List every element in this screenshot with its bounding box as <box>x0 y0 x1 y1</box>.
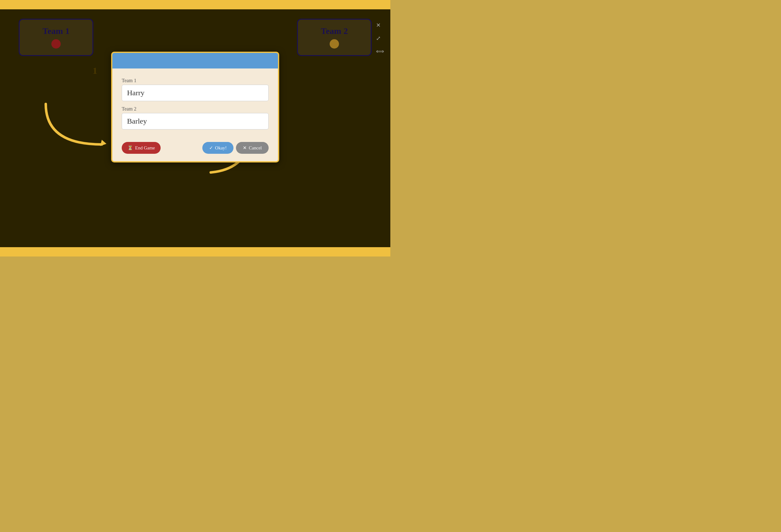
cancel-label: Cancel <box>249 146 262 151</box>
bottom-bar <box>0 247 390 256</box>
okay-button[interactable]: ✓ Okay! <box>202 142 234 154</box>
team2-dot <box>330 39 339 48</box>
checkmark-icon: ✓ <box>209 145 213 151</box>
team1-field-group: Team 1 <box>122 78 269 101</box>
svg-marker-0 <box>100 140 107 146</box>
hourglass-icon: ⏳ <box>127 145 133 151</box>
rename-dialog: Team 1 Team 2 ⏳ End Game <box>111 52 279 163</box>
end-game-label: End Game <box>135 146 155 151</box>
top-bar <box>0 0 390 9</box>
team1-card: Team 1 <box>19 19 93 56</box>
team2-input-label: Team 2 <box>122 106 269 112</box>
team1-title: Team 1 <box>43 26 70 36</box>
team2-title: Team 2 <box>321 26 348 36</box>
cross-icon: ✕ <box>243 145 247 151</box>
end-game-button[interactable]: ⏳ End Game <box>122 142 161 154</box>
main-area: Team 1 Team 2 ✕ ⤢ ⟺ 1 2 3 4 5 6 7 <box>0 9 390 256</box>
team2-card: Team 2 <box>297 19 372 56</box>
dialog-overlay: Team 1 Team 2 ⏳ End Game <box>111 79 279 135</box>
teams-row: Team 1 Team 2 <box>0 12 390 56</box>
okay-label: Okay! <box>215 146 227 151</box>
resize-icon[interactable]: ⤢ <box>376 35 384 42</box>
team1-dot <box>51 39 61 48</box>
team1-input[interactable] <box>122 85 269 101</box>
board-area: Team 1 Team 2 ⏳ End Game <box>111 79 279 135</box>
window-controls: ✕ ⤢ ⟺ <box>376 22 384 55</box>
dialog-header <box>112 53 278 69</box>
left-arrow-annotation <box>40 98 117 154</box>
footer-right-buttons: ✓ Okay! ✕ Cancel <box>202 142 269 154</box>
team2-input[interactable] <box>122 113 269 129</box>
swap-icon[interactable]: ⟺ <box>376 48 384 55</box>
team2-field-group: Team 2 <box>122 106 269 129</box>
cancel-button[interactable]: ✕ Cancel <box>236 142 269 154</box>
team1-input-label: Team 1 <box>122 78 269 83</box>
dialog-body: Team 1 Team 2 <box>112 69 278 139</box>
dialog-footer: ⏳ End Game ✓ Okay! ✕ Cancel <box>112 139 278 161</box>
close-icon[interactable]: ✕ <box>376 22 384 29</box>
col-1: 1 <box>87 66 103 76</box>
